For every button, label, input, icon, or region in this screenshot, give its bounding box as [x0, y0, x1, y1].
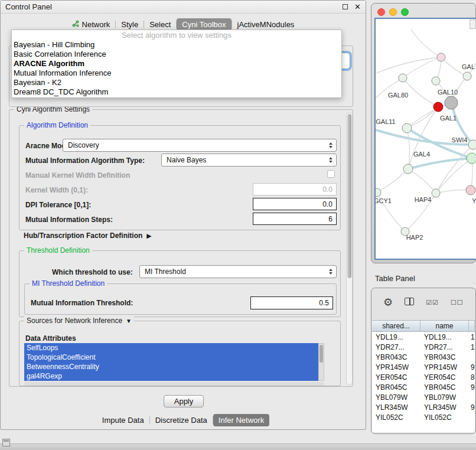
sources-title-toggle[interactable]: Sources for Network Inference ▼: [24, 317, 134, 325]
settings-scrollbar[interactable]: [346, 112, 353, 385]
tab-cyni-toolbox[interactable]: Cyni Toolbox: [177, 18, 231, 31]
column-header[interactable]: [469, 321, 475, 331]
field-value: 0.5: [319, 299, 329, 307]
network-node[interactable]: [376, 188, 381, 197]
aracne-mode-combo[interactable]: Discovery: [63, 139, 337, 152]
network-node[interactable]: [432, 189, 440, 197]
mi-threshold-field[interactable]: 0.5: [250, 296, 333, 309]
mi-type-label: Mutual Information Algorithm Type:: [25, 156, 145, 165]
table-row[interactable]: YIL052CYIL052C: [372, 412, 475, 422]
attribute-item-topologicalcoefficient[interactable]: TopologicalCoefficient: [24, 353, 324, 362]
table-row[interactable]: YBR043CYBR043C: [372, 352, 475, 362]
columns-icon[interactable]: [405, 297, 414, 308]
attributes-scrollbar[interactable]: [318, 343, 324, 381]
mi-steps-field[interactable]: 6: [253, 213, 337, 225]
mi-threshold-label: Mutual Information Threshold:: [31, 299, 133, 307]
scrollbar-thumb[interactable]: [319, 345, 323, 363]
table-row[interactable]: YDR27...YDR27...12: [372, 342, 475, 352]
network-edge[interactable]: [403, 57, 441, 78]
minimize-traffic-icon[interactable]: [389, 8, 397, 16]
table-row[interactable]: YLR345WYLR345W9.: [372, 402, 475, 412]
attribute-item-betweennesscentrality[interactable]: BetweennessCentrality: [24, 362, 324, 371]
dropdown-item-basic-correlation-inference[interactable]: Basic Correlation Inference: [12, 50, 341, 59]
tab-label: jActiveMNodules: [237, 20, 295, 29]
tab-discretize-data[interactable]: Discretize Data: [150, 414, 213, 426]
float-window-icon[interactable]: [343, 4, 348, 9]
control-panel-titlebar[interactable]: Control Panel ✕: [1, 1, 366, 14]
field-value: 0.0: [322, 200, 332, 208]
apply-button[interactable]: Apply: [164, 395, 204, 407]
which-threshold-label: Which threshold to use:: [52, 268, 133, 276]
network-node[interactable]: [437, 53, 445, 61]
table-panel-title: Table Panel: [375, 274, 415, 283]
attribute-item-selfloops[interactable]: SelfLoops: [24, 343, 324, 353]
combo-value: MI Threshold: [145, 268, 186, 276]
dropdown-item-aracne-algorithm[interactable]: ARACNE Algorithm: [12, 59, 341, 69]
network-graph: GALGAL80GAL10GAL11GAL1SWI4GAL4GCY1HAP4YH…: [376, 19, 476, 259]
network-node[interactable]: [468, 140, 476, 149]
network-canvas[interactable]: GALGAL80GAL10GAL11GAL1SWI4GAL4GCY1HAP4YH…: [374, 18, 476, 260]
network-node[interactable]: [467, 153, 476, 164]
column-header[interactable]: shared...: [372, 321, 420, 331]
network-node[interactable]: [463, 72, 471, 80]
tab-impute-data[interactable]: Impute Data: [97, 414, 149, 426]
network-edge[interactable]: [408, 158, 472, 169]
dropdown-item-bayesian-hill-climbing[interactable]: Bayesian - Hill Climbing: [12, 40, 341, 50]
tab-jactivemnodules[interactable]: jActiveMNodules: [232, 18, 300, 31]
network-node[interactable]: [399, 74, 407, 82]
table-cell: YDL19...: [372, 333, 420, 341]
network-edge[interactable]: [377, 169, 408, 193]
tab-select[interactable]: Select: [144, 18, 176, 31]
mi-threshold-title: MI Threshold Definition: [30, 279, 107, 288]
dpi-tolerance-field[interactable]: 0.0: [253, 198, 337, 210]
network-edge[interactable]: [407, 128, 410, 169]
network-node[interactable]: [432, 77, 440, 85]
restore-panel-icon[interactable]: [2, 439, 10, 446]
field-value: 0.0: [322, 185, 332, 194]
network-edge[interactable]: [436, 190, 471, 193]
table-cell: YBR045C: [372, 383, 420, 392]
close-traffic-icon[interactable]: [377, 8, 385, 16]
column-header[interactable]: name: [420, 321, 469, 331]
select-all-checkboxes-icon[interactable]: ☑☑: [426, 299, 439, 306]
tab-style[interactable]: Style: [116, 18, 144, 31]
mi-type-combo[interactable]: Naive Bayes: [161, 154, 337, 167]
table-row[interactable]: YBR045CYBR045C9.: [372, 382, 475, 392]
gear-icon[interactable]: ⚙: [383, 296, 393, 309]
algorithm-dropdown: Select algorithm to view settingsBayesia…: [11, 30, 342, 98]
zoom-traffic-icon[interactable]: [401, 8, 409, 16]
canvas-scrollbar[interactable]: [470, 19, 476, 29]
network-edge[interactable]: [376, 57, 441, 75]
network-node[interactable]: [402, 123, 412, 133]
dropdown-item-bayesian-k2[interactable]: Bayesian - K2: [12, 78, 341, 87]
network-edge[interactable]: [411, 30, 441, 57]
network-node[interactable]: [403, 164, 413, 174]
attribute-item-gal4rgexp[interactable]: gal4RGexp: [24, 371, 324, 381]
table-row[interactable]: YBL079WYBL079W: [372, 392, 475, 402]
control-panel-tabs: NetworkStyleSelectCyni ToolboxjActiveMNo…: [1, 18, 366, 31]
table-row[interactable]: YPR145WYPR145W9.: [372, 362, 475, 372]
dropdown-item-mutual-information-inference[interactable]: Mutual Information Inference: [12, 69, 341, 78]
network-node[interactable]: [466, 185, 475, 195]
network-node[interactable]: [445, 96, 458, 109]
table-row[interactable]: YDL19...YDL19...13: [372, 332, 475, 342]
table-row[interactable]: YER054CYER054C8.: [372, 372, 475, 382]
hub-definition-toggle[interactable]: Hub/Transcription Factor Definition ▶: [24, 231, 152, 240]
tab-network[interactable]: Network: [67, 18, 116, 31]
table-cell: 8.: [469, 373, 475, 381]
which-threshold-combo[interactable]: MI Threshold: [139, 265, 337, 278]
tab-label: Impute Data: [102, 416, 144, 425]
deselect-all-checkboxes-icon[interactable]: ☐☐: [451, 299, 464, 306]
tab-infer-network[interactable]: Infer Network: [213, 414, 269, 426]
node-label: GAL4: [413, 151, 430, 158]
scrollbar-thumb[interactable]: [347, 114, 351, 278]
combo-arrows-icon: [329, 157, 332, 163]
tab-label: Style: [121, 20, 138, 29]
network-edge[interactable]: [408, 169, 436, 193]
attributes-hscrollbar[interactable]: [24, 382, 324, 386]
data-attributes-list[interactable]: SelfLoopsTopologicalCoefficientBetweenne…: [24, 343, 324, 381]
network-node[interactable]: [433, 102, 443, 112]
combo-arrows-icon: [329, 142, 332, 148]
close-icon[interactable]: ✕: [354, 2, 361, 11]
dropdown-item-dream8-dc-tdc-algorithm[interactable]: Dream8 DC_TDC Algorithm: [12, 87, 341, 97]
